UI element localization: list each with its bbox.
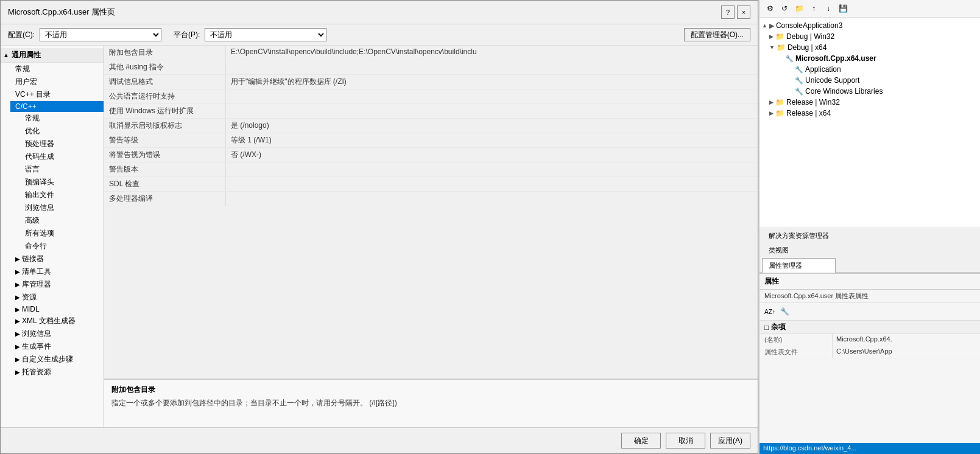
expand-icon: ▶ [15, 369, 20, 375]
toolbar-folder-icon[interactable]: 📁 [792, 2, 806, 15]
config-select[interactable]: 不适用 [40, 28, 161, 41]
tab-解决方案资源管理器[interactable]: 解决方案资源管理器 [762, 228, 836, 243]
props-table-bottom: □ 杂项 (名称)Microsoft.Cpp.x64.属性表文件C:\Users… [760, 321, 980, 443]
sol-item[interactable]: ▶📁Release | x64 [760, 108, 980, 119]
expand-icon: ▶ [15, 330, 20, 337]
config-bar: 配置(C): 不适用 平台(P): 不适用 配置管理器(O)... [1, 24, 758, 46]
sol-tree-container: ▲▶ConsoleApplication3▶📁Debug | Win32▼📁De… [760, 20, 980, 119]
toolbar-settings-icon[interactable]: ⚙ [763, 2, 777, 15]
props-row: 警告版本 [104, 162, 758, 177]
sol-item[interactable]: ▶📁Debug | Win32 [760, 31, 980, 42]
props-key: 取消显示启动版权标志 [104, 119, 226, 133]
tree-item[interactable]: 预编译头 [10, 176, 104, 189]
props-value: 用于"编辑并继续"的程序数据库 (/ZI) [226, 75, 758, 89]
expand-icon: ▶ [15, 294, 20, 301]
props-sort-az-icon[interactable]: AZ↑ [763, 305, 777, 318]
status-bar: https://blog.csdn.net/weixin_4... [760, 443, 980, 454]
tree-item[interactable]: ▶自定义生成步骤 [10, 353, 104, 366]
tree-item[interactable]: ▶托管资源 [10, 366, 104, 379]
sol-item-label: Application [805, 65, 841, 74]
folder-icon: 📁 [775, 109, 784, 117]
bottom-props-container: (名称)Microsoft.Cpp.x64.属性表文件C:\Users\User… [760, 334, 980, 358]
wrench-icon: 🔧 [785, 55, 794, 63]
cancel-button[interactable]: 取消 [666, 433, 705, 449]
tab-属性管理器[interactable]: 属性管理器 [762, 258, 836, 273]
sol-item-label: ConsoleApplication3 [776, 21, 842, 30]
props-value [226, 192, 758, 206]
expand-icon: ▶ [15, 306, 20, 313]
prop-val-bottom: Microsoft.Cpp.x64. [833, 334, 980, 346]
tree-item[interactable]: 所有选项 [10, 227, 104, 240]
sol-item[interactable]: ▶🔧Unicode Support [760, 75, 980, 86]
tree-item[interactable]: 高级 [10, 214, 104, 227]
sol-item[interactable]: ▶🔧Application [760, 64, 980, 75]
help-button[interactable]: ? [721, 5, 735, 19]
tree-item[interactable]: ▶生成事件 [10, 340, 104, 353]
prop-row-bottom: (名称)Microsoft.Cpp.x64. [760, 334, 980, 346]
props-row: 其他 #using 指令 [104, 60, 758, 75]
sol-item[interactable]: ▶🔧Microsoft.Cpp.x64.user [760, 53, 980, 64]
props-wrench-icon[interactable]: 🔧 [778, 305, 791, 318]
platform-select[interactable]: 不适用 [205, 28, 326, 41]
tree-expand-arrow: ▶ [769, 110, 774, 116]
props-key: 警告版本 [104, 162, 226, 176]
tree-item[interactable]: 优化 [10, 125, 104, 138]
props-key: 公共语言运行时支持 [104, 89, 226, 103]
props-row: SDL 检查 [104, 177, 758, 192]
props-key: SDL 检查 [104, 177, 226, 191]
tab-类视图[interactable]: 类视图 [762, 243, 836, 257]
sol-item-label: Release | x64 [786, 109, 831, 117]
close-button[interactable]: × [737, 5, 750, 19]
ok-button[interactable]: 确定 [621, 433, 661, 449]
section-label: 杂项 [771, 322, 786, 332]
prop-val-bottom: C:\Users\User\App [833, 346, 980, 358]
tree-expand-arrow: ▼ [769, 44, 775, 51]
props-value [226, 177, 758, 191]
tree-item[interactable]: ▶资源 [10, 291, 104, 304]
tree-item[interactable]: 代码生成 [10, 150, 104, 163]
toolbar-down-icon[interactable]: ↓ [822, 2, 835, 15]
tree-item[interactable]: 语言 [10, 163, 104, 176]
apply-button[interactable]: 应用(A) [710, 433, 750, 449]
tree-item[interactable]: 常规 [10, 63, 104, 75]
tree-item[interactable]: 浏览信息 [10, 201, 104, 214]
properties-bottom-panel: 属性 Microsoft.Cpp.x64.user 属性表属性 AZ↑ 🔧 □ … [760, 273, 980, 443]
props-row: 公共语言运行时支持 [104, 89, 758, 104]
tree-item[interactable]: 命令行 [10, 240, 104, 253]
tree-item[interactable]: C/C++ [10, 101, 104, 112]
config-manager-button[interactable]: 配置管理器(O)... [684, 28, 750, 41]
sol-item[interactable]: ▶🔧Core Windows Libraries [760, 86, 980, 97]
sol-item-label: Debug | Win32 [786, 32, 834, 41]
props-row: 使用 Windows 运行时扩展 [104, 104, 758, 119]
prop-key-bottom: 属性表文件 [760, 346, 833, 358]
properties-bottom-filename: Microsoft.Cpp.x64.user 属性表属性 [760, 290, 980, 303]
tree-item[interactable]: 常规 [10, 112, 104, 125]
tree-item[interactable]: ▶MIDL [10, 304, 104, 315]
prop-key-bottom: (名称) [760, 334, 833, 346]
tree-item[interactable]: 用户宏 [10, 75, 104, 88]
sol-item[interactable]: ▶📁Release | Win32 [760, 97, 980, 108]
config-label: 配置(C): [8, 30, 35, 40]
tree-item[interactable]: 输出文件 [10, 189, 104, 201]
tree-group-header[interactable]: ▲ 通用属性 [1, 48, 104, 63]
toolbar-save-icon[interactable]: 💾 [836, 2, 850, 15]
props-key: 警告等级 [104, 133, 226, 147]
tree-item[interactable]: ▶XML 文档生成器 [10, 315, 104, 327]
tree-item[interactable]: ▶库管理器 [10, 278, 104, 291]
wrench-icon: 🔧 [795, 77, 803, 85]
tree-item[interactable]: VC++ 目录 [10, 88, 104, 101]
right-panel: ⚙ ↺ 📁 ↑ ↓ 💾 ▲▶ConsoleApplication3▶📁Debug… [758, 0, 980, 454]
sol-item[interactable]: ▲▶ConsoleApplication3 [760, 20, 980, 31]
tree-item[interactable]: 预处理器 [10, 138, 104, 150]
desc-title: 附加包含目录 [111, 385, 750, 395]
dialog-titlebar: Microsoft.Cpp.x64.user 属性页 ? × [1, 1, 758, 24]
folder-icon: 📁 [775, 32, 784, 41]
tree-item[interactable]: ▶浏览信息 [10, 327, 104, 340]
toolbar-refresh-icon[interactable]: ↺ [778, 2, 791, 15]
tree-item[interactable]: ▶链接器 [10, 253, 104, 265]
tree-item[interactable]: ▶清单工具 [10, 265, 104, 278]
props-row: 附加包含目录E:\OpenCV\install\opencv\build\inc… [104, 46, 758, 60]
dialog-body: ▲ 通用属性 常规用户宏VC++ 目录C/C++常规优化预处理器代码生成语言预编… [1, 46, 758, 427]
sol-item[interactable]: ▼📁Debug | x64 [760, 42, 980, 53]
toolbar-up-icon[interactable]: ↑ [807, 2, 820, 15]
